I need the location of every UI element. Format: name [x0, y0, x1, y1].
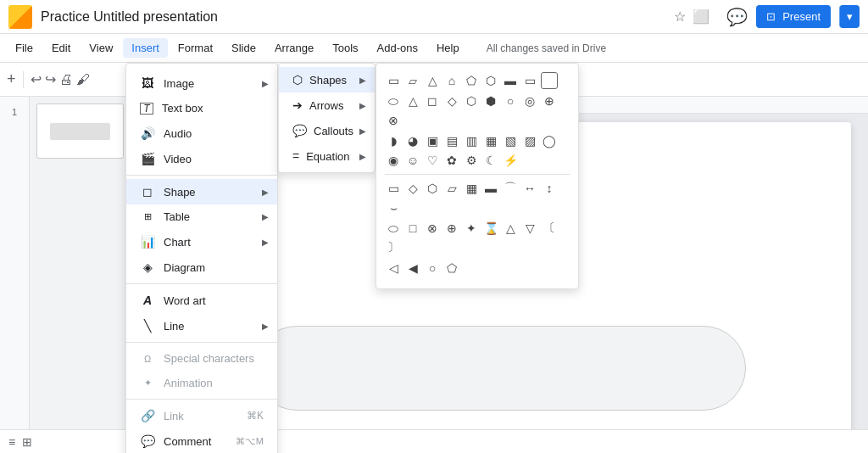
menu-view[interactable]: View [81, 38, 121, 58]
shape-round-rect[interactable]: ▱ [404, 72, 421, 89]
shape-moon[interactable]: ☾ [482, 152, 499, 169]
callouts-item[interactable]: 💬 Callouts ▶ [279, 118, 375, 143]
slide-view-icon[interactable]: ≡ [8, 435, 15, 449]
grid-view-icon[interactable]: ⊞ [22, 435, 32, 449]
shape-sq[interactable]: ◻ [424, 92, 441, 109]
format-paint-button[interactable]: 🖌 [76, 72, 90, 87]
insert-wordart[interactable]: A Word art [126, 288, 277, 313]
menu-tools[interactable]: Tools [324, 38, 366, 58]
menu-help[interactable]: Help [428, 38, 468, 58]
add-button[interactable]: + [7, 70, 16, 88]
menu-edit[interactable]: Edit [43, 38, 79, 58]
shape-bc2[interactable]: ◀ [404, 260, 421, 277]
shape-crescent[interactable]: ◗ [385, 132, 402, 149]
shape-rect2[interactable]: ▭ [521, 72, 538, 89]
shape-x-c[interactable]: ⊗ [385, 112, 402, 129]
shape-plus-c[interactable]: ⊕ [541, 92, 558, 109]
cloud-icon[interactable]: ⬜ [693, 8, 709, 25]
equation-item[interactable]: = Equation ▶ [279, 143, 375, 169]
insert-table[interactable]: ⊞ Table ▶ [126, 204, 277, 229]
star-icon[interactable]: ☆ [674, 8, 686, 25]
shape-bb1[interactable]: ⬭ [385, 220, 402, 237]
insert-animation[interactable]: ✦ Animation [126, 371, 277, 395]
insert-diagram[interactable]: ◈ Diagram [126, 254, 277, 280]
shape-ba9[interactable]: ↕ [541, 180, 558, 197]
shape-bb5[interactable]: ✦ [463, 220, 480, 237]
shape-ba10[interactable]: ⌣ [385, 199, 402, 216]
shape-bolt[interactable]: ⚡ [502, 152, 519, 169]
shape-ba3[interactable]: ⬡ [424, 180, 441, 197]
shape-doc2[interactable]: ▦ [482, 132, 499, 149]
shape-bb4[interactable]: ⊕ [443, 220, 460, 237]
redo-button[interactable]: ↪ [45, 71, 56, 87]
shape-ba7[interactable]: ⌒ [502, 180, 519, 197]
shape-cloud[interactable]: ✿ [443, 152, 460, 169]
shape-ring[interactable]: ◉ [385, 152, 402, 169]
shape-bb3[interactable]: ⊗ [424, 220, 441, 237]
insert-chart[interactable]: 📊 Chart ▶ [126, 229, 277, 254]
menu-arrange[interactable]: Arrange [266, 38, 322, 58]
menu-insert[interactable]: Insert [123, 38, 168, 58]
menu-addons[interactable]: Add-ons [369, 38, 426, 58]
shape-rect[interactable]: ▭ [385, 72, 402, 89]
shape-oval[interactable]: ⬭ [385, 92, 402, 109]
shape-face[interactable]: ☺ [404, 152, 421, 169]
menu-slide[interactable]: Slide [223, 38, 264, 58]
undo-button[interactable]: ↩ [31, 71, 42, 87]
shape-ba6[interactable]: ▬ [482, 180, 499, 197]
insert-special-chars[interactable]: Ω Special characters [126, 346, 277, 371]
shape-sq-b[interactable]: ▣ [424, 132, 441, 149]
menu-format[interactable]: Format [170, 38, 221, 58]
insert-textbox[interactable]: T Text box [126, 96, 277, 120]
present-button[interactable]: ⊡ Present [756, 5, 831, 28]
shape-bar[interactable]: ▬ [502, 72, 519, 89]
shape-fold[interactable]: ▧ [502, 132, 519, 149]
shape-bc3[interactable]: ○ [424, 260, 441, 277]
shape-house[interactable]: ⌂ [443, 72, 460, 89]
shape-bb8[interactable]: ▽ [521, 220, 538, 237]
shape-gear[interactable]: ⚙ [463, 152, 480, 169]
shape-ba8[interactable]: ↔ [521, 180, 538, 197]
shape-bb9[interactable]: 〔 [541, 220, 558, 237]
arrows-item[interactable]: ➔ Arrows ▶ [279, 92, 375, 118]
shape-circle[interactable]: ○ [502, 92, 519, 109]
insert-shape[interactable]: ◻ Shape ▶ [126, 179, 277, 204]
shape-bb7[interactable]: △ [502, 220, 519, 237]
shape-frame[interactable]: ▤ [443, 132, 460, 149]
present-dropdown-button[interactable]: ▾ [839, 5, 860, 28]
shape-hex2[interactable]: ⬡ [463, 92, 480, 109]
shape-triangle[interactable]: △ [424, 72, 441, 89]
menu-file[interactable]: File [7, 38, 42, 58]
insert-audio[interactable]: 🔊 Audio [126, 120, 277, 146]
shape-hex[interactable]: ⬡ [482, 72, 499, 89]
shapes-item[interactable]: ⬡ Shapes ▶ [279, 67, 375, 92]
shape-bc1[interactable]: ◁ [385, 260, 402, 277]
shape-hex3[interactable]: ⬢ [482, 92, 499, 109]
shape-bb6[interactable]: ⌛ [482, 220, 499, 237]
insert-video[interactable]: 🎬 Video [126, 146, 277, 171]
slide-thumbnail[interactable] [36, 103, 124, 159]
shape-heart[interactable]: ♡ [424, 152, 441, 169]
shape-circle-o[interactable]: ◎ [521, 92, 538, 109]
print-button[interactable]: 🖨 [59, 72, 73, 87]
shape-bc4[interactable]: ⬠ [443, 260, 460, 277]
shape-pent[interactable]: ⬠ [463, 72, 480, 89]
insert-link[interactable]: 🔗 Link ⌘K [126, 403, 277, 428]
shape-ba5[interactable]: ▦ [463, 180, 480, 197]
shape-ba2[interactable]: ◇ [404, 180, 421, 197]
comment-icon[interactable]: 💬 [726, 7, 748, 27]
insert-line[interactable]: ╲ Line ▶ [126, 313, 277, 338]
shape-fold2[interactable]: ▨ [521, 132, 538, 149]
shape-rounded2[interactable] [541, 72, 558, 89]
insert-image[interactable]: 🖼 Image ▶ [126, 70, 277, 96]
shape-cyl[interactable]: ◯ [541, 132, 558, 149]
shape-bb10[interactable]: 〕 [385, 239, 402, 256]
shape-bb2[interactable]: □ [404, 220, 421, 237]
insert-comment[interactable]: 💬 Comment ⌘⌥M [126, 428, 277, 453]
shape-ba1[interactable]: ▭ [385, 180, 402, 197]
shape-ba4[interactable]: ▱ [443, 180, 460, 197]
shape-doc[interactable]: ▥ [463, 132, 480, 149]
shape-diamond[interactable]: ◇ [443, 92, 460, 109]
shape-tri2[interactable]: △ [404, 92, 421, 109]
shape-arc[interactable]: ◕ [404, 132, 421, 149]
